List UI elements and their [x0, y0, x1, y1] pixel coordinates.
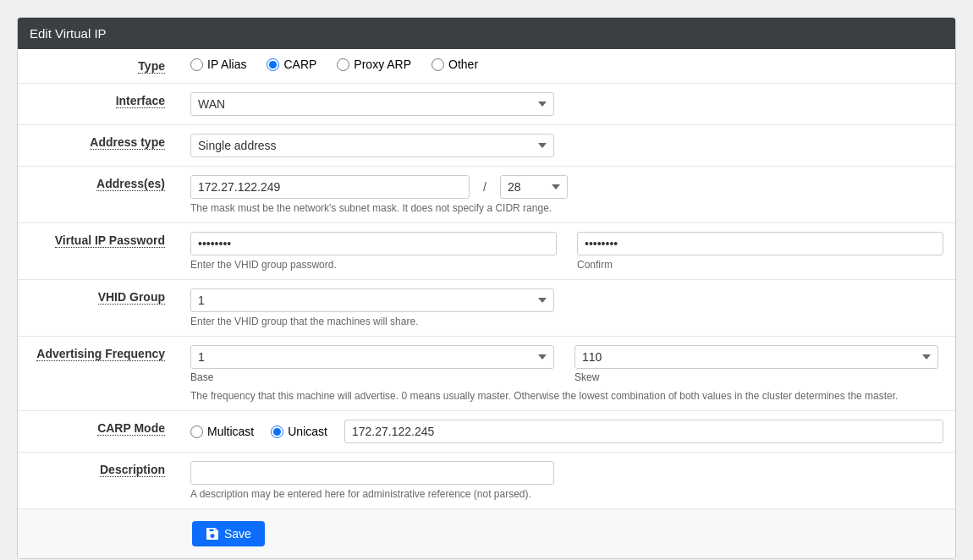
vip-password-input-row: Enter the VHID group password. Confirm	[190, 232, 943, 271]
vhid-group-label-cell: VHID Group	[18, 280, 179, 337]
carp-mode-multicast-label: Multicast	[207, 425, 254, 438]
carp-mode-unicast-label: Unicast	[288, 425, 327, 438]
carp-mode-row: CARP Mode Multicast Unicast	[18, 411, 955, 453]
card-header: Edit Virtual IP	[18, 18, 955, 49]
type-proxy-arp-radio[interactable]	[337, 58, 349, 71]
vhid-group-help-text: Enter the VHID group that the machines w…	[190, 316, 943, 327]
vip-password-col: Enter the VHID group password.	[190, 232, 557, 271]
type-other-radio[interactable]	[432, 58, 444, 71]
type-proxy-arp-option[interactable]: Proxy ARP	[337, 58, 411, 71]
vip-password-input[interactable]	[190, 232, 557, 255]
type-ip-alias-option[interactable]: IP Alias	[190, 58, 246, 71]
type-label: Type	[138, 59, 165, 74]
skew-label: Skew	[574, 371, 938, 383]
carp-mode-multicast-radio[interactable]	[190, 425, 203, 438]
type-carp-radio[interactable]	[267, 58, 279, 71]
vip-password-label-cell: Virtual IP Password	[18, 223, 179, 280]
description-label: Description	[100, 463, 165, 477]
vip-password-field-cell: Enter the VHID group password. Confirm	[179, 223, 955, 280]
form-table: Type IP Alias CARP Proxy ARP	[18, 49, 955, 558]
slash-divider: /	[480, 176, 490, 198]
vip-password-label: Virtual IP Password	[55, 233, 165, 248]
vip-confirm-input[interactable]	[577, 232, 943, 255]
address-type-row: Address type Single address Network	[18, 125, 955, 167]
vip-confirm-label: Confirm	[577, 259, 943, 271]
skew-select[interactable]: 0 100 110 200	[574, 345, 938, 369]
vhid-group-row: VHID Group 1 2 3 4 5 Enter the VHID grou…	[18, 280, 955, 337]
addresses-input-row: / 32 31 30 29 28 27 26 25 24	[190, 175, 943, 199]
vip-confirm-col: Confirm	[577, 232, 943, 271]
addresses-help-text: The mask must be the network's subnet ma…	[190, 202, 943, 214]
interface-label-cell: Interface	[18, 84, 179, 125]
type-other-label: Other	[448, 58, 478, 71]
base-label: Base	[190, 371, 554, 383]
carp-mode-multicast-option[interactable]: Multicast	[190, 425, 254, 438]
type-radio-group: IP Alias CARP Proxy ARP Other	[190, 58, 943, 71]
carp-mode-unicast-radio[interactable]	[271, 425, 283, 438]
type-other-option[interactable]: Other	[432, 58, 478, 71]
address-type-label: Address type	[90, 135, 165, 150]
vhid-group-select[interactable]: 1 2 3 4 5	[190, 288, 554, 312]
advertising-frequency-help-text: The frequency that this machine will adv…	[190, 390, 943, 402]
advertising-frequency-label-cell: Advertising Frequency	[18, 337, 179, 411]
carp-mode-unicast-option[interactable]: Unicast	[271, 425, 327, 438]
save-button-label: Save	[224, 527, 251, 541]
unicast-ip-input[interactable]	[344, 420, 943, 443]
carp-mode-label-cell: CARP Mode	[18, 411, 179, 453]
edit-virtual-ip-card: Edit Virtual IP Type IP Alias CARP	[17, 17, 956, 559]
address-type-field-cell: Single address Network	[179, 125, 955, 167]
carp-mode-field-cell: Multicast Unicast	[179, 411, 955, 453]
save-button[interactable]: Save	[192, 521, 265, 546]
addresses-label: Address(es)	[96, 177, 165, 191]
description-help-text: A description may be entered here for ad…	[190, 488, 943, 500]
carp-mode-options: Multicast Unicast	[190, 420, 943, 443]
save-row: Save	[18, 509, 955, 559]
carp-mode-label: CARP Mode	[97, 421, 165, 436]
type-row: Type IP Alias CARP Proxy ARP	[18, 49, 955, 84]
advertising-frequency-row: Advertising Frequency 1 2 3 4 5 Base	[18, 337, 955, 411]
type-field-cell: IP Alias CARP Proxy ARP Other	[179, 49, 955, 84]
interface-field-cell: WAN LAN OPT1	[179, 84, 955, 125]
address-type-label-cell: Address type	[18, 125, 179, 167]
advertising-frequency-label: Advertising Frequency	[36, 347, 165, 361]
type-ip-alias-radio[interactable]	[190, 58, 203, 71]
floppy-icon	[206, 527, 219, 541]
interface-label: Interface	[116, 94, 165, 108]
type-label-cell: Type	[18, 49, 179, 84]
advertising-frequency-field-cell: 1 2 3 4 5 Base 0 100 110 200	[179, 337, 955, 411]
interface-select[interactable]: WAN LAN OPT1	[190, 92, 554, 116]
vip-password-row: Virtual IP Password Enter the VHID group…	[18, 223, 955, 280]
vip-password-help-text: Enter the VHID group password.	[190, 259, 557, 271]
description-row: Description A description may be entered…	[18, 453, 955, 509]
base-col: 1 2 3 4 5 Base	[190, 345, 554, 383]
addresses-row: Address(es) / 32 31 30 29 28 27 26 25	[18, 167, 955, 223]
addresses-field-cell: / 32 31 30 29 28 27 26 25 24 The mask mu…	[179, 167, 955, 223]
address-type-select[interactable]: Single address Network	[190, 134, 554, 157]
vhid-group-label: VHID Group	[98, 290, 165, 305]
type-ip-alias-label: IP Alias	[207, 58, 246, 71]
vhid-group-field-cell: 1 2 3 4 5 Enter the VHID group that the …	[179, 280, 955, 337]
type-proxy-arp-label: Proxy ARP	[354, 58, 411, 71]
skew-col: 0 100 110 200 Skew	[574, 345, 938, 383]
type-carp-option[interactable]: CARP	[267, 58, 316, 71]
type-carp-label: CARP	[283, 58, 316, 71]
description-field-cell: A description may be entered here for ad…	[179, 453, 955, 509]
advertising-frequency-input-row: 1 2 3 4 5 Base 0 100 110 200	[190, 345, 943, 383]
interface-row: Interface WAN LAN OPT1	[18, 84, 955, 125]
card-title: Edit Virtual IP	[30, 26, 107, 41]
save-cell: Save	[18, 509, 955, 559]
description-label-cell: Description	[18, 453, 179, 509]
description-input[interactable]	[190, 461, 554, 485]
addresses-label-cell: Address(es)	[18, 167, 179, 223]
base-select[interactable]: 1 2 3 4 5	[190, 345, 554, 369]
subnet-select[interactable]: 32 31 30 29 28 27 26 25 24	[500, 175, 568, 199]
address-input[interactable]	[190, 175, 470, 199]
